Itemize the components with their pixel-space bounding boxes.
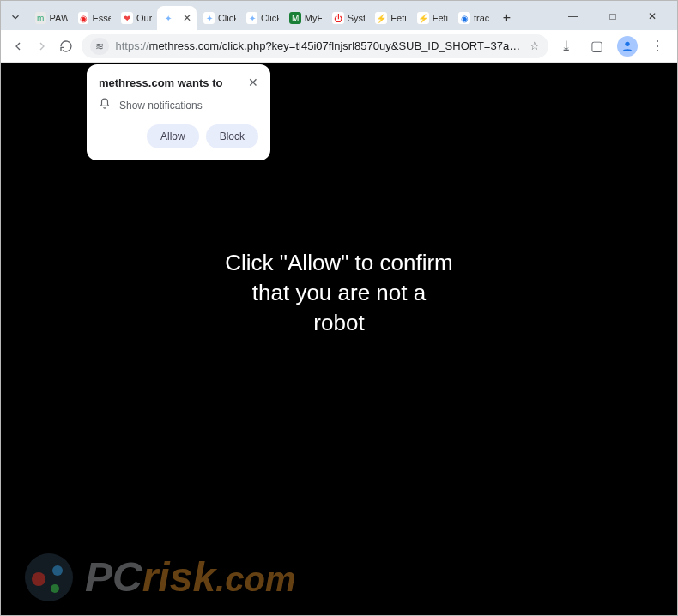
tab-favicon-icon: ◉ xyxy=(78,12,88,24)
tab-favicon-icon: ❤ xyxy=(121,12,133,24)
permission-item-label: Show notifications xyxy=(119,100,203,112)
watermark-pc: PC xyxy=(85,554,142,600)
window-minimize-button[interactable]: — xyxy=(559,6,588,27)
browser-tab[interactable]: ⚡Feti xyxy=(412,6,451,30)
tab-favicon-icon: M xyxy=(289,12,300,24)
tab-label: PAW xyxy=(50,13,68,23)
browser-tab[interactable]: ❤Our xyxy=(116,6,155,30)
watermark-badge-icon xyxy=(25,553,73,601)
window-maximize-button[interactable]: □ xyxy=(598,6,627,27)
profile-avatar-button[interactable] xyxy=(617,36,638,57)
browser-toolbar: ≋ https://methress.com/click.php?key=tl4… xyxy=(1,30,677,63)
tab-label: Feti xyxy=(433,13,448,23)
browser-tab[interactable]: mPAW xyxy=(30,6,71,30)
tab-favicon-icon: ✦ xyxy=(203,12,215,24)
download-icon: ⤓ xyxy=(560,38,572,54)
nav-forward-button[interactable] xyxy=(33,35,51,57)
watermark-dotcom: .com xyxy=(215,560,295,598)
side-panel-button[interactable]: ▢ xyxy=(586,35,608,57)
tab-favicon-icon: ✦ xyxy=(246,12,257,24)
permission-block-button[interactable]: Block xyxy=(206,124,258,148)
permission-title: methress.com wants to xyxy=(99,76,223,89)
window-close-button[interactable]: ✕ xyxy=(638,6,667,27)
url-path: methress.com/click.php?key=tl45i07flnjsr… xyxy=(149,39,523,52)
downloads-button[interactable]: ⤓ xyxy=(555,35,578,57)
watermark-risk: risk xyxy=(142,554,215,600)
permission-close-button[interactable]: ✕ xyxy=(248,76,258,88)
avatar-icon xyxy=(620,39,634,53)
tab-label: Esse xyxy=(92,13,111,23)
browser-tab[interactable]: ◉trac xyxy=(453,6,493,30)
bookmark-star-icon[interactable]: ☆ xyxy=(530,39,540,52)
page-viewport: methress.com wants to ✕ Show notificatio… xyxy=(1,63,677,615)
tab-label: Click xyxy=(261,13,279,23)
watermark: PCrisk.com xyxy=(25,553,295,601)
panel-icon: ▢ xyxy=(590,38,603,54)
window-controls: — □ ✕ xyxy=(559,6,672,27)
browser-tab[interactable]: ◉Esse xyxy=(73,6,114,30)
url-text: https://methress.com/click.php?key=tl45i… xyxy=(116,39,523,52)
kebab-menu-icon: ⋮ xyxy=(651,38,664,54)
browser-tab[interactable]: ⏻Syst xyxy=(327,6,368,30)
tab-favicon-icon: ◉ xyxy=(458,12,470,24)
browser-tab[interactable]: MMyF xyxy=(284,6,325,30)
tab-strip: mPAW◉Esse❤Our✦✕✦Click✦ClickMMyF⏻Syst⚡Fet… xyxy=(1,1,677,30)
tab-label: Feti xyxy=(390,13,406,23)
tab-label: Syst xyxy=(348,13,366,23)
svg-point-0 xyxy=(625,41,629,45)
browser-tab[interactable]: ⚡Feti xyxy=(370,6,409,30)
notification-permission-prompt: methress.com wants to ✕ Show notificatio… xyxy=(87,64,270,160)
tab-label: Click xyxy=(218,13,236,23)
new-tab-button[interactable]: + xyxy=(496,8,517,28)
tab-favicon-icon: ⏻ xyxy=(332,12,343,24)
site-settings-icon: ≋ xyxy=(95,40,104,52)
tab-favicon-icon: ⚡ xyxy=(375,12,387,24)
nav-reload-button[interactable] xyxy=(58,35,75,57)
browser-menu-button[interactable]: ⋮ xyxy=(646,35,669,57)
browser-tab[interactable]: ✦Click xyxy=(241,6,282,30)
page-message-line: Click "Allow" to confirm xyxy=(1,248,677,278)
nav-back-button[interactable] xyxy=(9,35,27,57)
tab-favicon-icon: ✦ xyxy=(162,12,174,24)
browser-window: mPAW◉Esse❤Our✦✕✦Click✦ClickMMyF⏻Syst⚡Fet… xyxy=(0,0,678,616)
tab-label: trac xyxy=(474,13,489,23)
tab-favicon-icon: m xyxy=(35,12,46,24)
page-message-line: robot xyxy=(1,308,677,338)
tab-label: MyF xyxy=(305,13,323,23)
page-message: Click "Allow" to confirm that you are no… xyxy=(1,248,677,338)
tabs-dropdown-button[interactable] xyxy=(6,8,25,27)
tab-close-button[interactable]: ✕ xyxy=(181,12,193,24)
browser-tab[interactable]: ✦Click xyxy=(198,6,239,30)
bell-icon xyxy=(99,98,111,112)
site-info-chip[interactable]: ≋ xyxy=(90,38,109,55)
url-scheme: https:// xyxy=(116,39,149,52)
watermark-text: PCrisk.com xyxy=(85,557,295,598)
permission-allow-button[interactable]: Allow xyxy=(147,124,199,148)
toolbar-actions: ⤓ ▢ ⋮ xyxy=(555,35,669,57)
address-bar[interactable]: ≋ https://methress.com/click.php?key=tl4… xyxy=(82,34,548,58)
browser-tab[interactable]: ✦✕ xyxy=(157,6,197,30)
tab-favicon-icon: ⚡ xyxy=(417,12,429,24)
tab-label: Our xyxy=(136,13,152,23)
page-message-line: that you are not a xyxy=(1,278,677,308)
